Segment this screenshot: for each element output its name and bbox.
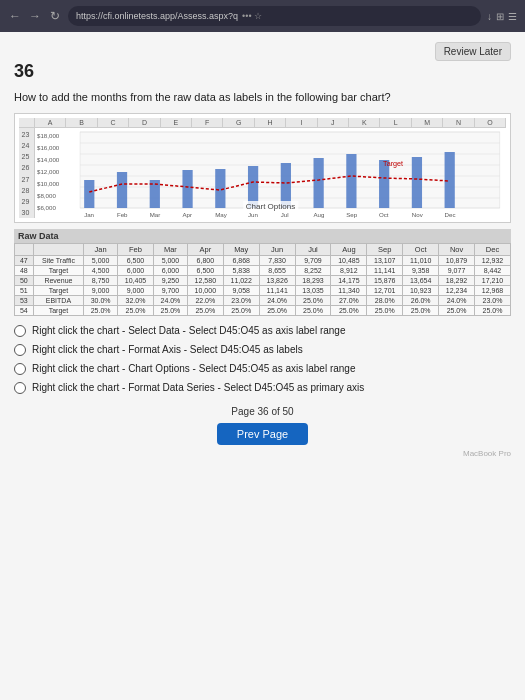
browser-chrome: ← → ↻ https://cfi.onlinetests.app/Assess… <box>0 0 525 32</box>
svg-text:$6,000: $6,000 <box>37 205 56 211</box>
col-header-jun: Jun <box>259 244 295 256</box>
col-letters-row: A B C D E F G H I J K L M N O <box>19 118 506 128</box>
reload-icon[interactable]: ↻ <box>48 9 62 23</box>
bar-chart: $18,000 $16,000 $14,000 $12,000 $10,000 … <box>35 128 506 218</box>
table-row: 53 EBITDA 30.0% 32.0% 24.0% 22.0% 23.0% … <box>15 296 511 306</box>
option-text-4: Right click the chart - Format Data Seri… <box>32 381 364 394</box>
back-icon[interactable]: ← <box>8 9 22 23</box>
svg-text:Target: Target <box>383 160 403 168</box>
svg-text:$18,000: $18,000 <box>37 133 60 139</box>
svg-rect-23 <box>314 158 324 208</box>
svg-rect-19 <box>182 170 192 208</box>
svg-text:$8,000: $8,000 <box>37 193 56 199</box>
svg-text:$16,000: $16,000 <box>37 145 60 151</box>
col-n: N <box>443 118 474 127</box>
svg-text:Jun: Jun <box>248 212 258 218</box>
option-radio-3[interactable] <box>14 363 26 375</box>
svg-text:Oct: Oct <box>379 212 389 218</box>
review-later-button[interactable]: Review Later <box>435 42 511 61</box>
svg-text:$10,000: $10,000 <box>37 181 60 187</box>
col-e: E <box>161 118 192 127</box>
option-radio-1[interactable] <box>14 325 26 337</box>
question-number: 36 <box>14 61 511 82</box>
svg-rect-17 <box>117 172 127 208</box>
chart-container: A B C D E F G H I J K L M N O 2324252627… <box>14 113 511 223</box>
col-header-empty <box>33 244 83 256</box>
pagination: Page 36 of 50 Prev Page <box>14 406 511 445</box>
table-row: 48 Target 4,500 6,000 6,000 6,500 5,838 … <box>15 266 511 276</box>
option-text-2: Right click the chart - Format Axis - Se… <box>32 343 303 356</box>
table-row: 47 Site Traffic 5,000 6,500 5,000 6,800 … <box>15 256 511 266</box>
prev-page-button[interactable]: Prev Page <box>217 423 308 445</box>
raw-data-table: Jan Feb Mar Apr May Jun Jul Aug Sep Oct … <box>14 243 511 316</box>
table-row: 51 Target 9,000 9,000 9,700 10,000 9,058… <box>15 286 511 296</box>
col-header-apr: Apr <box>187 244 223 256</box>
browser-action-icons: ↓ ⊞ ☰ <box>487 11 517 22</box>
option-row-1: Right click the chart - Select Data - Se… <box>14 324 511 337</box>
col-header-dec: Dec <box>475 244 511 256</box>
raw-data-section: Raw Data Jan Feb Mar Apr May Jun Jul Aug… <box>14 229 511 316</box>
col-header-oct: Oct <box>403 244 439 256</box>
svg-rect-24 <box>346 154 356 208</box>
col-b: B <box>66 118 97 127</box>
raw-data-header: Raw Data <box>14 229 511 243</box>
svg-rect-27 <box>445 152 455 208</box>
table-row: 54 Target 25.0% 25.0% 25.0% 25.0% 25.0% … <box>15 306 511 316</box>
col-m: M <box>412 118 443 127</box>
option-row-3: Right click the chart - Chart Options - … <box>14 362 511 375</box>
svg-text:Aug: Aug <box>314 212 325 218</box>
col-a: A <box>35 118 66 127</box>
col-h: H <box>255 118 286 127</box>
col-g: G <box>223 118 254 127</box>
svg-text:Nov: Nov <box>412 212 424 218</box>
table-row-num-header <box>15 244 34 256</box>
col-header-feb: Feb <box>118 244 154 256</box>
bottom-logo: MacBook Pro <box>14 449 511 458</box>
svg-rect-16 <box>84 180 94 208</box>
col-d: D <box>129 118 160 127</box>
col-header-jan: Jan <box>84 244 118 256</box>
row-numbers: 2324252627282930 <box>19 128 35 218</box>
col-l: L <box>380 118 411 127</box>
answer-options: Right click the chart - Select Data - Se… <box>14 324 511 394</box>
col-header-sep: Sep <box>367 244 403 256</box>
col-c: C <box>98 118 129 127</box>
col-header-may: May <box>223 244 259 256</box>
col-i: I <box>286 118 317 127</box>
col-header-jul: Jul <box>295 244 331 256</box>
col-j: J <box>318 118 349 127</box>
col-f: F <box>192 118 223 127</box>
svg-text:Apr: Apr <box>182 212 192 218</box>
option-radio-4[interactable] <box>14 382 26 394</box>
svg-rect-26 <box>412 157 422 208</box>
col-header-aug: Aug <box>331 244 367 256</box>
svg-text:$14,000: $14,000 <box>37 157 60 163</box>
option-text-1: Right click the chart - Select Data - Se… <box>32 324 345 337</box>
svg-text:Jan: Jan <box>84 212 94 218</box>
svg-rect-20 <box>215 169 225 208</box>
chart-options-label: Chart Options <box>243 201 298 212</box>
col-header-nov: Nov <box>439 244 475 256</box>
col-header-mar: Mar <box>153 244 187 256</box>
col-o: O <box>475 118 506 127</box>
option-row-4: Right click the chart - Format Data Seri… <box>14 381 511 394</box>
content-area: Review Later 36 How to add the months fr… <box>0 32 525 700</box>
svg-text:Mar: Mar <box>150 212 161 218</box>
page-info: Page 36 of 50 <box>14 406 511 417</box>
svg-text:Jul: Jul <box>281 212 289 218</box>
table-row: 50 Revenue 8,750 10,405 9,250 12,580 11,… <box>15 276 511 286</box>
spreadsheet-chart-area: 2324252627282930 $18,000 $16,000 $14,000… <box>19 128 506 218</box>
question-text: How to add the months from the raw data … <box>14 90 511 105</box>
option-row-2: Right click the chart - Format Axis - Se… <box>14 343 511 356</box>
option-text-3: Right click the chart - Chart Options - … <box>32 362 355 375</box>
svg-text:Dec: Dec <box>445 212 456 218</box>
svg-text:Sep: Sep <box>346 212 358 218</box>
col-k: K <box>349 118 380 127</box>
url-bar[interactable]: https://cfi.onlinetests.app/Assess.aspx?… <box>68 6 481 26</box>
svg-text:Feb: Feb <box>117 212 128 218</box>
url-text: https://cfi.onlinetests.app/Assess.aspx?… <box>76 11 238 21</box>
svg-text:May: May <box>215 212 228 218</box>
svg-text:$12,000: $12,000 <box>37 169 60 175</box>
option-radio-2[interactable] <box>14 344 26 356</box>
forward-icon[interactable]: → <box>28 9 42 23</box>
